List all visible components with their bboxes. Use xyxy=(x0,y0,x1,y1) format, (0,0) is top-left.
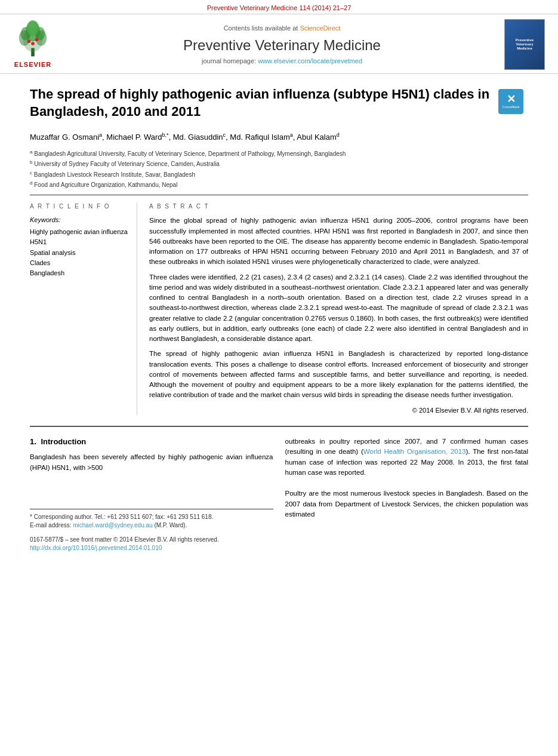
author-5: Abul Kalamd xyxy=(297,133,340,142)
intro-left-column: 1. Introduction Bangladesh has been seve… xyxy=(30,437,273,552)
affiliation-a: a Bangladesh Agricultural University, Fa… xyxy=(30,149,528,158)
footnote-star: * Corresponding author. Tel.: +61 293 51… xyxy=(30,513,273,521)
article-info-column: A R T I C L E I N F O Keywords: Highly p… xyxy=(30,202,137,415)
article-info-abstract-section: A R T I C L E I N F O Keywords: Highly p… xyxy=(0,195,558,422)
author-4: Md. Rafiqul Islama xyxy=(230,133,292,142)
journal-citation: Preventive Veterinary Medicine 114 (2014… xyxy=(207,4,352,11)
intro-section-num: 1. xyxy=(30,437,36,446)
intro-heading: 1. Introduction xyxy=(30,437,273,447)
authors-line: Muzaffar G. Osmania, Michael P. Wardb,*,… xyxy=(30,133,340,142)
sciencedirect-link[interactable]: ScienceDirect xyxy=(300,24,340,32)
abstract-para-2: Three clades were identified, 2.2 (21 ca… xyxy=(149,272,528,345)
affiliation-c: c Bangladesh Livestock Research Institut… xyxy=(30,170,528,179)
copyright-line: © 2014 Elsevier B.V. All rights reserved… xyxy=(149,405,528,416)
svg-point-9 xyxy=(35,38,39,41)
affiliation-d: d Food and Agriculture Organization, Kat… xyxy=(30,180,528,189)
keyword-1: Highly pathogenic avian influenza xyxy=(30,228,128,236)
crossmark-badge: ✕ CrossMark xyxy=(498,89,528,114)
svg-point-10 xyxy=(31,42,35,45)
article-info-heading: A R T I C L E I N F O xyxy=(30,202,128,211)
journal-header: ELSEVIER Contents lists available at Sci… xyxy=(0,14,558,74)
who-citation-link[interactable]: World Health Organisation, 2013 xyxy=(363,448,466,455)
author-2: Michael P. Wardb,* xyxy=(106,133,168,142)
email-link[interactable]: michael.ward@sydney.edu.au xyxy=(73,522,152,528)
keyword-3: Spatial analysis xyxy=(30,248,128,257)
svg-point-7 xyxy=(27,20,39,36)
crossmark-icon: ✕ CrossMark xyxy=(498,89,523,114)
journal-header-center: Contents lists available at ScienceDirec… xyxy=(66,24,498,66)
affiliation-b: b University of Sydney Faculty of Veteri… xyxy=(30,159,528,168)
journal-homepage-link[interactable]: www.elsevier.com/locate/prevetmed xyxy=(258,57,362,64)
issn-line: 0167-5877/$ – see front matter © 2014 El… xyxy=(30,536,273,544)
authors-section: Muzaffar G. Osmania, Michael P. Wardb,*,… xyxy=(0,127,558,147)
elsevier-logo: ELSEVIER xyxy=(6,20,60,69)
article-title-section: The spread of highly pathogenic avian in… xyxy=(0,74,558,126)
intro-right-column: outbreaks in poultry reported since 2007… xyxy=(285,437,529,552)
journal-homepage-line: journal homepage: www.elsevier.com/locat… xyxy=(66,57,498,66)
journal-title: Preventive Veterinary Medicine xyxy=(66,35,498,56)
keyword-4: Clades xyxy=(30,259,128,268)
abstract-text: Since the global spread of highly pathog… xyxy=(149,216,528,415)
abstract-para-1: Since the global spread of highly pathog… xyxy=(149,216,528,267)
intro-right-text-1: outbreaks in poultry reported since 2007… xyxy=(285,437,529,478)
abstract-heading: A B S T R A C T xyxy=(149,202,528,211)
keywords-heading: Keywords: xyxy=(30,216,128,225)
footnotes-section: * Corresponding author. Tel.: +61 293 51… xyxy=(30,509,273,530)
intro-left-text: Bangladesh has been severely affected by… xyxy=(30,452,273,473)
elsevier-tree-icon xyxy=(12,20,54,59)
introduction-section: 1. Introduction Bangladesh has been seve… xyxy=(0,427,558,558)
article-title-container: The spread of highly pathogenic avian in… xyxy=(30,86,492,120)
keyword-5: Bangladesh xyxy=(30,269,128,278)
intro-section-title: Introduction xyxy=(41,437,86,446)
intro-right-text-2: Poultry are the most numerous livestock … xyxy=(285,488,529,520)
author-3: Md. Giasuddinc xyxy=(173,133,226,142)
footnote-email: E-mail address: michael.ward@sydney.edu.… xyxy=(30,521,273,530)
bottom-info: 0167-5877/$ – see front matter © 2014 El… xyxy=(30,536,273,552)
svg-point-8 xyxy=(27,39,31,43)
sciencedirect-line: Contents lists available at ScienceDirec… xyxy=(66,24,498,33)
affiliations-section: a Bangladesh Agricultural University, Fa… xyxy=(0,146,558,195)
elsevier-label: ELSEVIER xyxy=(14,60,51,69)
doi-link[interactable]: http://dx.doi.org/10.1016/j.prevetmed.20… xyxy=(30,545,162,551)
journal-cover-image: PreventiveVeterinaryMedicine xyxy=(504,19,545,70)
keyword-2: H5N1 xyxy=(30,238,128,247)
article-title: The spread of highly pathogenic avian in… xyxy=(30,86,492,120)
abstract-column: A B S T R A C T Since the global spread … xyxy=(149,202,528,415)
journal-cover: PreventiveVeterinaryMedicine xyxy=(504,19,546,70)
author-1: Muzaffar G. Osmania xyxy=(30,133,102,142)
doi-line: http://dx.doi.org/10.1016/j.prevetmed.20… xyxy=(30,544,273,552)
abstract-para-3: The spread of highly pathogenic avian in… xyxy=(149,349,528,400)
journal-citation-bar: Preventive Veterinary Medicine 114 (2014… xyxy=(0,0,558,14)
